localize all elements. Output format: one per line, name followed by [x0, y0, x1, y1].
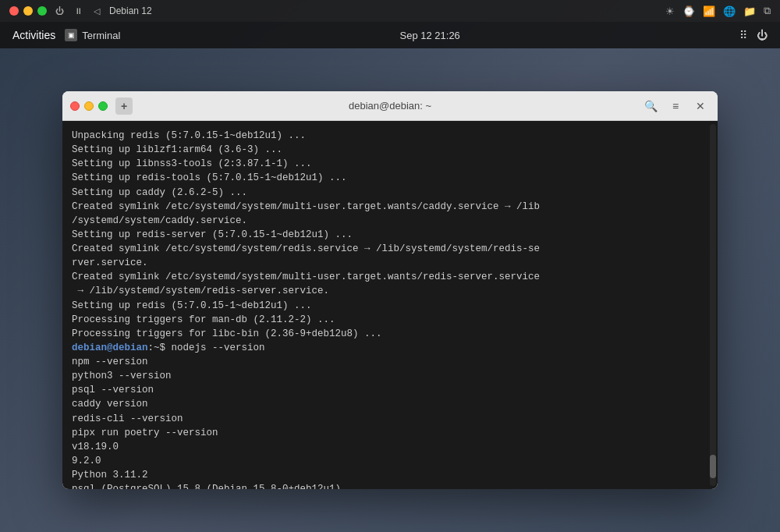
- close-button[interactable]: ✕: [691, 97, 710, 115]
- globe-icon: 🌐: [723, 5, 736, 17]
- output-line-15: Processing triggers for libc-bin (2.36-9…: [72, 327, 708, 341]
- scrollbar-thumb[interactable]: [710, 455, 716, 478]
- power-icon: ⏻: [53, 5, 66, 17]
- cmd-redis: redis-cli --version: [72, 412, 708, 426]
- output-line-12: → /lib/systemd/system/redis-server.servi…: [72, 284, 708, 298]
- activities-button[interactable]: Activities: [12, 29, 55, 41]
- search-button[interactable]: 🔍: [641, 97, 660, 115]
- result-python: Python 3.11.2: [72, 468, 708, 482]
- gnome-panel-left: Activities ▣ Terminal: [12, 29, 120, 41]
- output-line-3: Setting up libnss3-tools (2:3.87.1-1) ..…: [72, 157, 708, 171]
- cmd-poetry: pipx run poetry --version: [72, 426, 708, 440]
- prompt-line-1: debian@debian:~$ nodejs --version: [72, 341, 708, 355]
- output-line-10: rver.service.: [72, 256, 708, 270]
- close-dot[interactable]: [9, 6, 19, 16]
- output-line-14: Processing triggers for man-db (2.11.2-2…: [72, 313, 708, 327]
- desktop: + debian@debian: ~ 🔍 ≡ ✕ Unpacking redis…: [0, 48, 780, 532]
- terminal-taskbar-item[interactable]: ▣ Terminal: [65, 29, 120, 41]
- terminal-traffic-lights: [70, 101, 108, 111]
- terminal-tab-label: Terminal: [82, 30, 120, 41]
- macos-traffic-lights: [9, 6, 47, 16]
- maximize-dot[interactable]: [37, 6, 47, 16]
- result-psql: psql (PostgreSQL) 15.8 (Debian 15.8-0+de…: [72, 482, 708, 489]
- output-line-8: Setting up redis-server (5:7.0.15-1~deb1…: [72, 228, 708, 242]
- system-bar-right: ☀ ⌚ 📶 🌐 📁 ⧉: [665, 5, 771, 17]
- copy-icon: ⧉: [764, 5, 771, 17]
- prompt-suffix-1: :~$ nodejs --version: [148, 342, 265, 353]
- new-tab-button[interactable]: +: [115, 98, 133, 115]
- output-line-11: Created symlink /etc/systemd/system/mult…: [72, 270, 708, 284]
- menu-button[interactable]: ≡: [666, 97, 685, 115]
- terminal-titlebar: + debian@debian: ~ 🔍 ≡ ✕: [62, 91, 718, 121]
- result-npm: 9.2.0: [72, 454, 708, 468]
- gnome-panel-clock: Sep 12 21:26: [400, 30, 460, 41]
- gnome-panel-right: ⠿ ⏻: [739, 29, 768, 41]
- system-bar-left: ⏻ ⏸ ◁ Debian 12: [9, 5, 152, 17]
- pause-icon: ⏸: [72, 5, 84, 17]
- output-line-5: Setting up caddy (2.6.2-5) ...: [72, 186, 708, 200]
- terminal-title: debian@debian: ~: [349, 100, 431, 112]
- terminal-tab-icon: ▣: [65, 29, 77, 41]
- cmd-caddy: caddy version: [72, 397, 708, 411]
- terminal-window: + debian@debian: ~ 🔍 ≡ ✕ Unpacking redis…: [62, 91, 718, 489]
- terminal-close-button[interactable]: [70, 101, 80, 111]
- minimize-dot[interactable]: [23, 6, 33, 16]
- cmd-psql: psql --version: [72, 383, 708, 397]
- cmd-npm: npm --version: [72, 355, 708, 369]
- gnome-panel: Activities ▣ Terminal Sep 12 21:26 ⠿ ⏻: [0, 22, 780, 48]
- power-status-icon: ⏻: [757, 29, 768, 41]
- app-title: Debian 12: [109, 5, 152, 16]
- output-line-2: Setting up liblzf1:arm64 (3.6-3) ...: [72, 143, 708, 157]
- output-line-9: Created symlink /etc/systemd/system/redi…: [72, 242, 708, 256]
- back-icon: ◁: [90, 5, 103, 17]
- terminal-body[interactable]: Unpacking redis (5:7.0.15-1~deb12u1) ...…: [62, 121, 718, 489]
- wifi-icon: 📶: [703, 5, 715, 17]
- output-line-7: /systemd/system/caddy.service.: [72, 214, 708, 228]
- result-nodejs: v18.19.0: [72, 440, 708, 454]
- bluetooth-icon: ⌚: [682, 5, 695, 17]
- cmd-python: python3 --version: [72, 369, 708, 383]
- output-line-1: Unpacking redis (5:7.0.15-1~deb12u1) ...: [72, 129, 708, 143]
- network-icon: ⠿: [739, 29, 747, 41]
- prompt-1: debian@debian: [72, 342, 148, 353]
- output-line-6: Created symlink /etc/systemd/system/mult…: [72, 200, 708, 214]
- terminal-scrollbar[interactable]: [710, 124, 716, 486]
- brightness-icon: ☀: [665, 5, 675, 17]
- terminal-maximize-button[interactable]: [98, 101, 108, 111]
- output-line-13: Setting up redis (5:7.0.15-1~deb12u1) ..…: [72, 299, 708, 313]
- output-line-4: Setting up redis-tools (5:7.0.15-1~deb12…: [72, 171, 708, 185]
- system-bar: ⏻ ⏸ ◁ Debian 12 ☀ ⌚ 📶 🌐 📁 ⧉: [0, 0, 780, 22]
- terminal-minimize-button[interactable]: [84, 101, 94, 111]
- terminal-titlebar-controls: 🔍 ≡ ✕: [641, 97, 710, 115]
- files-icon: 📁: [743, 5, 756, 17]
